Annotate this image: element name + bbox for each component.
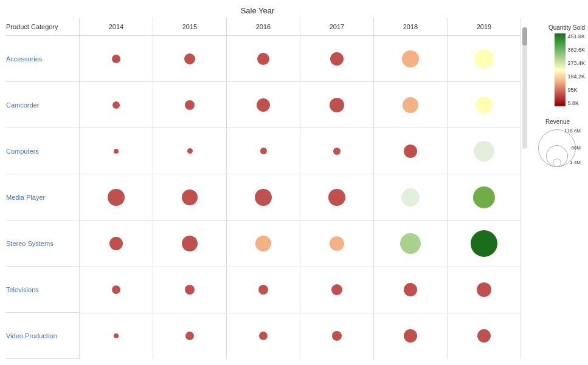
grid-cell-media-player-2016 (227, 174, 300, 220)
grid-cell-televisions-2019 (448, 267, 521, 313)
bubble (185, 285, 195, 295)
grid-cell-stereo-systems-2015 (153, 221, 227, 267)
bubble (257, 53, 269, 65)
bubble (112, 101, 120, 109)
grid-cell-computers-2019 (448, 128, 521, 174)
grid-cell-televisions-2017 (300, 267, 374, 313)
scrollbar[interactable] (522, 27, 527, 149)
col-header-2016: 2016 (227, 18, 300, 35)
bubble (331, 284, 342, 295)
bubble (330, 52, 344, 66)
grid-cell-video-production-2014 (80, 313, 153, 359)
grid-cell-accessories-2014 (80, 36, 153, 81)
grid-cell-televisions-2014 (80, 267, 153, 313)
grid-cell-camcorder-2019 (448, 82, 521, 128)
bubble (404, 283, 417, 296)
main-chart: Sale Year Product Category AccessoriesCa… (6, 6, 521, 359)
col-headers: 201420152016201720182019 (80, 18, 521, 36)
qty-mid3-label: 184.2K (567, 73, 585, 80)
grid-cell-media-player-2017 (300, 174, 374, 220)
grid-cell-camcorder-2017 (300, 82, 374, 128)
bubble (108, 189, 125, 206)
bubble (255, 189, 272, 206)
bubble (185, 100, 195, 110)
size-circle-small (553, 159, 561, 167)
bubble (477, 329, 491, 343)
bubble (112, 55, 120, 63)
legend-area: Quantity Sold 451.8K 362.6K 273.4K 184.2… (527, 6, 588, 359)
bubble (330, 98, 344, 112)
qty-mid2-label: 273.4K (567, 60, 585, 66)
grid-cell-accessories-2017 (300, 36, 374, 81)
grid-cell-media-player-2015 (153, 174, 227, 220)
bubble (182, 189, 198, 205)
grid-cell-media-player-2018 (374, 174, 448, 220)
col-header-2018: 2018 (374, 18, 448, 35)
row-label-computers: Computers (6, 128, 79, 174)
col-header-2015: 2015 (153, 18, 227, 35)
grid-cell-stereo-systems-2017 (300, 221, 374, 267)
grid-cell-media-player-2019 (448, 174, 521, 220)
revenue-mid-label: 60M (571, 145, 581, 151)
grid-row-stereo-systems (80, 221, 521, 267)
qty-max-label: 451.8K (567, 33, 585, 39)
row-labels: Product Category AccessoriesCamcorderCom… (6, 18, 79, 359)
quantity-legend-title: Quantity Sold (530, 24, 585, 31)
grid-cell-stereo-systems-2014 (80, 221, 153, 267)
grid-row-camcorder (80, 82, 521, 128)
bubble (328, 189, 345, 206)
grid-row-video-production (80, 313, 521, 359)
bubble (109, 237, 123, 250)
grid-cell-accessories-2018 (374, 36, 448, 81)
row-label-stereo-systems: Stereo Systems (6, 220, 79, 267)
bubble (187, 148, 193, 154)
grid-cell-camcorder-2015 (153, 82, 227, 128)
grid-cell-video-production-2019 (448, 313, 521, 359)
grid-cell-camcorder-2018 (374, 82, 448, 128)
bubble (477, 282, 491, 297)
color-legend: 451.8K 362.6K 273.4K 184.2K 95K 5.8K (530, 33, 585, 106)
grid-cell-stereo-systems-2019 (448, 221, 521, 267)
grid-cell-video-production-2015 (153, 313, 227, 359)
grid-cell-computers-2017 (300, 128, 374, 174)
row-label-camcorder: Camcorder (6, 82, 79, 128)
bubble (114, 149, 119, 154)
grid-cell-stereo-systems-2018 (374, 221, 448, 267)
color-labels: 451.8K 362.6K 273.4K 184.2K 95K 5.8K (567, 33, 585, 106)
grid-cell-camcorder-2014 (80, 82, 153, 128)
col-header-2019: 2019 (448, 18, 521, 35)
revenue-max-label: 118.6M (564, 128, 581, 134)
size-legend-circles: 118.6M 60M 1.4M (533, 128, 582, 171)
bubble (330, 236, 344, 251)
grid-cell-camcorder-2016 (227, 82, 300, 128)
bubble (114, 333, 119, 338)
revenue-legend-title: Revenue (545, 118, 570, 125)
grid-cell-televisions-2018 (374, 267, 448, 313)
color-bar (555, 33, 566, 106)
bubble (260, 148, 267, 154)
bubble (403, 97, 418, 113)
grid-cell-video-production-2017 (300, 313, 374, 359)
grid-cell-computers-2018 (374, 128, 448, 174)
grid-cell-accessories-2019 (448, 36, 521, 81)
bubble (400, 233, 421, 254)
bubble (401, 188, 420, 206)
grid-content: 201420152016201720182019 (79, 18, 521, 359)
grid-row-televisions (80, 267, 521, 313)
row-label-header: Product Category (6, 18, 79, 36)
bubble (333, 148, 341, 155)
bubble (182, 236, 198, 251)
qty-mid4-label: 95K (567, 87, 585, 93)
grid-row-accessories (80, 36, 521, 82)
bubble (402, 50, 419, 67)
col-header-2017: 2017 (300, 18, 374, 35)
bubble (474, 141, 494, 162)
grid-cell-televisions-2016 (227, 267, 300, 313)
bubble (473, 186, 495, 208)
bubble (112, 285, 120, 294)
qty-mid1-label: 362.6K (567, 47, 585, 53)
grid-cell-video-production-2018 (374, 313, 448, 359)
grid-cell-computers-2014 (80, 128, 153, 174)
bubble (404, 145, 417, 158)
grid-row-media-player (80, 174, 521, 220)
